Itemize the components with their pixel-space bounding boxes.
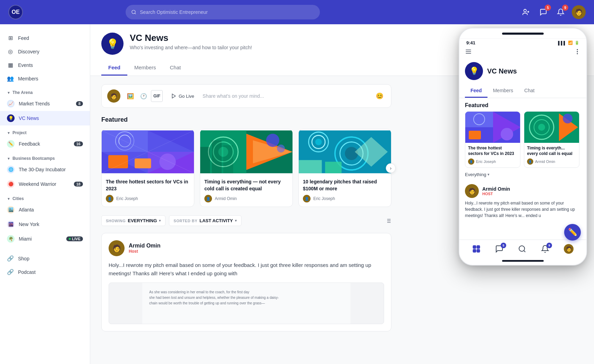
add-friend-button[interactable]: [520, 6, 532, 18]
svg-rect-10: [108, 155, 128, 168]
miami-live-badge: LIVE: [66, 236, 83, 241]
phone-featured-card-2[interactable]: Timing is everyth... every cold call is …: [524, 111, 579, 168]
svg-point-1: [524, 9, 526, 12]
tab-feed[interactable]: Feed: [101, 60, 127, 76]
phone-messages-button[interactable]: 5: [495, 245, 503, 253]
sidebar-item-weekend[interactable]: 🔴 Weekend Warrior 18: [0, 177, 90, 191]
post-item: 🧑 Armid Omin Host Holy...I rewrote my pi…: [101, 233, 391, 331]
svg-point-50: [577, 49, 578, 50]
sidebar-item-market-trends[interactable]: 📈 Market Trends 8: [0, 96, 90, 111]
discovery-icon: ◎: [7, 48, 14, 55]
group-logo: 💡: [101, 33, 124, 55]
featured-card-2[interactable]: Timing is everything — not every cold ca…: [200, 129, 293, 207]
phone-filter[interactable]: Everything ▾: [459, 172, 586, 181]
feedback-icon: ✏️: [7, 140, 15, 148]
phone-search-button[interactable]: [518, 245, 526, 253]
miami-icon: 🌴: [7, 235, 15, 243]
sidebar-item-discovery[interactable]: ◎ Discovery: [0, 45, 90, 58]
sidebar-item-feedback[interactable]: ✏️ Feedback 16: [0, 137, 90, 151]
svg-text:chain would be worth the troub: chain would be worth the trouble of gett…: [149, 301, 265, 305]
tab-chat[interactable]: Chat: [163, 60, 188, 76]
showing-filter[interactable]: SHOWING EVERYTHING ▾: [101, 215, 166, 226]
card-3-author-avatar: 👤: [303, 195, 311, 202]
phone-profile-button[interactable]: 🧑: [564, 244, 574, 254]
phone-fab-button[interactable]: ✏️: [564, 224, 581, 241]
sidebar-item-new-york[interactable]: 🌆 New York: [0, 217, 90, 232]
svg-rect-34: [299, 160, 322, 173]
svg-rect-57: [469, 131, 481, 139]
featured-card-1[interactable]: The three hottest sectors for VCs in 202…: [101, 129, 194, 207]
sidebar-item-shop[interactable]: 🔗 Shop: [0, 252, 90, 265]
svg-rect-35: [325, 162, 342, 173]
gif-tool-button[interactable]: GIF: [151, 90, 163, 102]
phone-notifications-badge: 9: [546, 243, 552, 248]
svg-rect-11: [135, 158, 151, 168]
phone-menu-button[interactable]: [465, 48, 472, 57]
phone-notifications-button[interactable]: 9: [541, 245, 549, 253]
phone-card-2-image: [524, 112, 579, 143]
svg-point-51: [577, 51, 578, 52]
post-author-avatar: 🧑: [109, 240, 125, 256]
emoji-button[interactable]: 😊: [374, 90, 385, 102]
podcast-icon: 🔗: [7, 269, 14, 275]
members-icon: 👥: [7, 75, 14, 82]
messages-button[interactable]: 5: [537, 6, 550, 18]
sidebar-item-miami[interactable]: 🌴 Miami LIVE: [0, 232, 90, 246]
tab-members[interactable]: Members: [127, 60, 163, 76]
phone-featured-cards: The three hottest sectors for VCs in 202…: [459, 111, 586, 172]
section-cities[interactable]: ▼ Cities: [0, 191, 90, 202]
composer-placeholder[interactable]: Share what's on your mind...: [203, 93, 370, 99]
phone-tab-chat[interactable]: Chat: [519, 84, 540, 98]
carousel-next-button[interactable]: ›: [386, 163, 396, 173]
sidebar-item-atlanta[interactable]: 🏙️ Atlanta: [0, 202, 90, 217]
phone-featured-card-1[interactable]: The three hottest sectors for VCs in 202…: [465, 111, 520, 168]
featured-card-1-image: [102, 129, 194, 174]
sidebar-item-members[interactable]: 👥 Members: [0, 72, 90, 85]
sidebar-item-vc-news[interactable]: 💡 VC News: [0, 111, 90, 125]
sidebar-item-events[interactable]: ▦ Events: [0, 58, 90, 72]
featured-card-2-body: Timing is everything — not every cold ca…: [200, 174, 292, 207]
app-logo[interactable]: OE: [8, 5, 23, 19]
phone-more-button[interactable]: [574, 48, 581, 57]
search-input[interactable]: [140, 9, 314, 15]
featured-card-3[interactable]: 10 legendary pitches that raised $100M o…: [298, 129, 391, 207]
time-tool-button[interactable]: 🕐: [138, 90, 150, 102]
phone-signal: ▌▌▌ 📶 🔋: [558, 41, 579, 45]
notifications-button[interactable]: 9: [554, 6, 567, 18]
go-live-button[interactable]: Go Live: [167, 91, 198, 101]
svg-rect-68: [477, 249, 480, 252]
notifications-badge: 9: [562, 5, 568, 11]
svg-rect-23: [212, 140, 222, 173]
vc-news-icon: 💡: [7, 114, 15, 122]
sidebar-item-feed[interactable]: ⊞ Feed: [0, 31, 90, 45]
sorted-filter[interactable]: SORTED BY LAST ACTIVITY ▾: [169, 215, 241, 226]
phone-home-button[interactable]: [472, 245, 481, 253]
view-toggle-button[interactable]: [385, 218, 391, 224]
section-the-arena[interactable]: ▼ The Arena: [0, 85, 90, 96]
user-avatar[interactable]: 🧑: [572, 5, 586, 19]
post-attached-image: As she was considering in her email to t…: [109, 283, 384, 324]
sidebar-item-30day[interactable]: 🌐 The 30-Day Incubator: [0, 162, 90, 177]
image-tool-button[interactable]: 🖼️: [125, 90, 136, 102]
featured-card-1-title: The three hottest sectors for VCs in 202…: [106, 179, 190, 192]
featured-card-3-title: 10 legendary pitches that raised $100M o…: [303, 179, 387, 192]
featured-card-2-image: [200, 129, 292, 174]
feed-area: 🧑 🖼️ 🕐 GIF Go Live Share what's on your …: [90, 76, 402, 340]
svg-point-58: [501, 128, 513, 140]
phone-group-header: 💡 VC News: [459, 59, 586, 84]
topnav-right: 5 9 🧑: [520, 5, 586, 19]
search-bar[interactable]: [126, 5, 320, 19]
featured-card-3-image: [299, 129, 391, 174]
battery-icon: 🔋: [575, 41, 579, 45]
post-header: 🧑 Armid Omin Host: [109, 240, 384, 256]
sidebar-item-podcast[interactable]: 🔗 Podcast: [0, 265, 90, 279]
phone-tab-members[interactable]: Members: [487, 84, 519, 98]
svg-rect-67: [473, 249, 476, 252]
composer-tools: 🖼️ 🕐 GIF: [125, 90, 163, 102]
phone-tab-feed[interactable]: Feed: [465, 84, 487, 98]
showing-value: EVERYTHING: [128, 218, 157, 223]
atlanta-icon: 🏙️: [7, 206, 15, 214]
bootcamps-chevron: ▼: [7, 157, 10, 161]
section-project[interactable]: ▼ Project: [0, 125, 90, 137]
section-bootcamps[interactable]: ▼ Business Bootcamps: [0, 151, 90, 162]
